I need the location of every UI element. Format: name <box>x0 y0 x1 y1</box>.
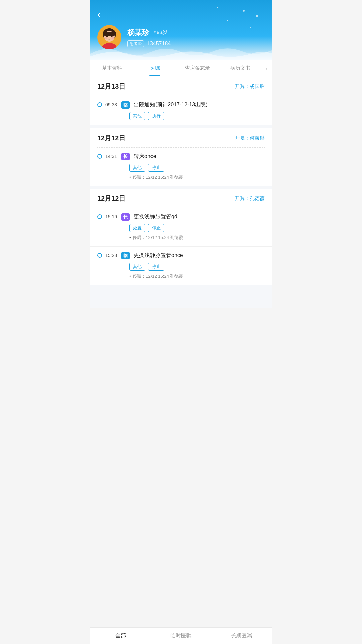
svg-point-4 <box>111 36 113 37</box>
order-type-badge: 长 <box>121 153 130 160</box>
svg-point-3 <box>106 36 108 37</box>
svg-point-6 <box>111 37 114 39</box>
order-item: 15:28 临 更换浅静脉置管once 其他 停止 • 停嘱：12/12 15:… <box>90 247 272 285</box>
date-section-2: 12月12日 开嘱：孔德霞 15:19 长 更换浅静脉置管qd 处置 停 <box>90 189 272 285</box>
patient-gender-age: ♀93岁 <box>153 29 167 36</box>
order-time: 15:19 <box>105 214 117 219</box>
timeline-group: 15:19 长 更换浅静脉置管qd 处置 停止 • 停嘱：12/12 15:24… <box>90 208 272 285</box>
order-name: 更换浅静脉置管qd <box>134 213 265 220</box>
time-dot <box>97 154 102 159</box>
order-time: 15:28 <box>105 253 117 258</box>
order-item: 15:19 长 更换浅静脉置管qd 处置 停止 • 停嘱：12/12 15:24… <box>90 208 272 247</box>
stop-info: • 停嘱：12/12 15:24 孔德霞 <box>97 235 265 241</box>
order-name: 出院通知(预计2017-12-13出院) <box>134 101 265 108</box>
tab-orders[interactable]: 医嘱 <box>133 60 176 76</box>
order-item: 14:31 长 转床once 其他 停止 • 停嘱：12/12 15:24 孔德… <box>90 148 272 186</box>
order-time: 14:31 <box>105 154 117 159</box>
date-label-0: 12月13日 <box>97 82 126 91</box>
date-label-1: 12月12日 <box>97 133 126 143</box>
tab-bar: 基本资料 医嘱 查房备忘录 病历文书 › <box>90 60 272 76</box>
order-time: 09:33 <box>105 102 117 107</box>
tag-1: 停止 <box>148 164 164 172</box>
date-section-0: 12月13日 开嘱：杨国胜 09:33 临 出院通知(预计2017-12-13出… <box>90 76 272 125</box>
order-tags: 处置 停止 <box>97 224 265 232</box>
doctor-label-1: 开嘱：何海键 <box>235 135 265 141</box>
time-dot <box>97 253 102 258</box>
order-tags: 其他 停止 <box>97 263 265 271</box>
tab-more-icon[interactable]: › <box>262 61 272 76</box>
content-area: 12月13日 开嘱：杨国胜 09:33 临 出院通知(预计2017-12-13出… <box>90 76 272 308</box>
tag-0: 其他 <box>129 112 145 120</box>
tab-basic[interactable]: 基本资料 <box>90 60 133 76</box>
svg-rect-2 <box>103 32 116 36</box>
order-type-badge: 长 <box>121 213 130 221</box>
tag-1: 停止 <box>148 224 164 232</box>
doctor-label-0: 开嘱：杨国胜 <box>235 83 265 90</box>
tag-0: 其他 <box>129 164 145 172</box>
svg-point-5 <box>105 37 107 39</box>
time-dot <box>97 214 102 219</box>
order-tags: 其他 停止 <box>97 164 265 172</box>
tag-1: 停止 <box>148 263 164 271</box>
stop-info: • 停嘱：12/12 15:24 孔德霞 <box>97 273 265 279</box>
back-button[interactable]: ‹ <box>97 9 100 20</box>
order-name: 更换浅静脉置管once <box>134 252 265 259</box>
tag-0: 处置 <box>129 224 145 232</box>
tab-rounds[interactable]: 查房备忘录 <box>176 60 219 76</box>
doctor-label-2: 开嘱：孔德霞 <box>235 195 265 202</box>
order-item: 09:33 临 出院通知(预计2017-12-13出院) 其他 执行 <box>90 96 272 125</box>
tab-records[interactable]: 病历文书 <box>219 60 262 76</box>
order-name: 转床once <box>134 153 265 160</box>
order-type-badge: 临 <box>121 101 130 109</box>
tag-0: 其他 <box>129 263 145 271</box>
stop-info: • 停嘱：12/12 15:24 孔德霞 <box>97 174 265 180</box>
date-label-2: 12月12日 <box>97 194 126 203</box>
patient-header: ‹ <box>90 0 272 60</box>
date-section-1: 12月12日 开嘱：何海键 14:31 长 转床once 其他 停止 • <box>90 128 272 186</box>
time-dot <box>97 102 102 107</box>
patient-name: 杨某珍 <box>127 28 149 38</box>
order-tags: 其他 执行 <box>97 112 265 120</box>
tag-1: 执行 <box>148 112 164 120</box>
order-type-badge: 临 <box>121 252 130 259</box>
